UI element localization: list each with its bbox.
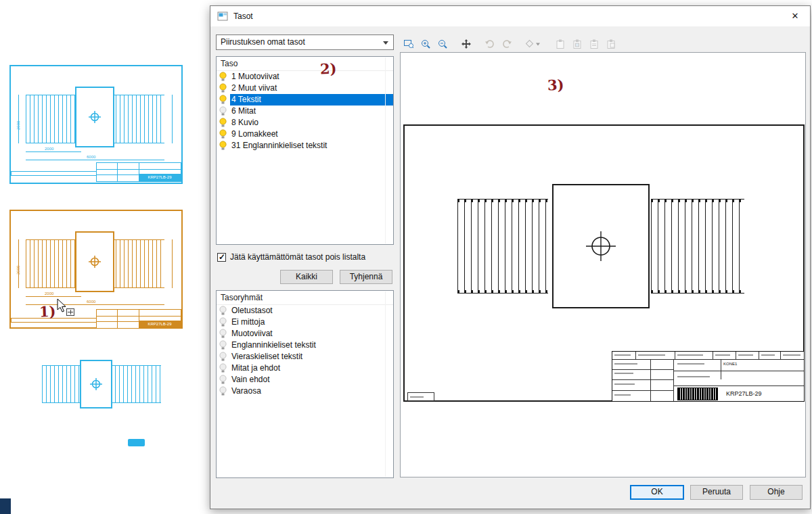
mini-titleblock: KRP27LB-29 bbox=[96, 162, 181, 182]
lightbulb-icon[interactable] bbox=[219, 352, 228, 362]
layer-group-row[interactable]: Varaosa bbox=[217, 386, 393, 397]
drawing-sheet: KONE1 KRP27LB-29 bbox=[403, 124, 805, 402]
layer-row[interactable]: 9 Lomakkeet bbox=[217, 128, 393, 140]
layer-group-label: Mitat ja ehdot bbox=[230, 363, 385, 374]
lightbulb-icon[interactable] bbox=[219, 306, 228, 316]
zoom-in-icon[interactable] bbox=[418, 37, 432, 51]
rack-left bbox=[42, 365, 81, 403]
color-swatch bbox=[128, 439, 145, 446]
lightbulb-icon[interactable] bbox=[219, 95, 228, 105]
layers-list-header: Taso bbox=[217, 57, 393, 71]
layer-group-row[interactable]: Englanninkieliset tekstit bbox=[217, 340, 393, 351]
annotation-step1: 1) bbox=[39, 303, 56, 321]
dimension-line bbox=[172, 239, 173, 288]
layer-label: 8 Kuvio bbox=[230, 117, 385, 128]
layer-group-row[interactable]: Oletustasot bbox=[217, 305, 393, 317]
layer-group-row[interactable]: Mitat ja ehdot bbox=[217, 363, 393, 374]
dimension-label: 6000 bbox=[87, 300, 95, 304]
layer-group-label: Ei mittoja bbox=[230, 317, 385, 328]
layer-group-label: Oletustasot bbox=[230, 305, 385, 317]
layer-group-label: Vain ehdot bbox=[230, 374, 385, 386]
rack-left bbox=[26, 239, 81, 288]
layer-group-row[interactable]: Ei mittoja bbox=[217, 317, 393, 328]
lightbulb-icon[interactable] bbox=[219, 375, 228, 385]
dimension-line bbox=[18, 95, 19, 143]
copy-image-icon-1[interactable] bbox=[553, 37, 567, 51]
groups-list-header: Tasoryhmät bbox=[217, 291, 393, 305]
dimension-label: 2000 bbox=[16, 266, 20, 275]
cancel-button[interactable]: Peruuta bbox=[690, 485, 743, 500]
column-divider bbox=[385, 57, 386, 243]
thumbnail-drawing-cyan: 2000 2000 6000 KRP27LB-29 bbox=[9, 65, 183, 184]
lightbulb-icon[interactable] bbox=[219, 118, 228, 128]
layer-label: 6 Mitat bbox=[230, 106, 385, 117]
layer-preview-canvas[interactable]: KONE1 KRP27LB-29 bbox=[400, 52, 806, 477]
lightbulb-icon[interactable] bbox=[219, 363, 228, 373]
dimension-label: 6000 bbox=[87, 155, 95, 159]
lightbulb-icon[interactable] bbox=[219, 83, 228, 93]
clear-button[interactable]: Tyhjennä bbox=[340, 270, 392, 284]
layer-row[interactable]: 1 Muotoviivat bbox=[217, 71, 393, 83]
app-icon bbox=[217, 11, 228, 22]
cursor-badge-icon bbox=[66, 308, 74, 316]
hide-unused-checkbox[interactable] bbox=[217, 253, 226, 262]
layer-group-label: Englanninkieliset tekstit bbox=[230, 340, 385, 351]
undo-icon[interactable] bbox=[482, 37, 497, 51]
lightbulb-icon[interactable] bbox=[219, 106, 228, 116]
sheet-corner-box bbox=[407, 392, 434, 401]
all-button[interactable]: Kaikki bbox=[280, 270, 333, 284]
crosshair-target-icon bbox=[88, 376, 104, 392]
dialog-title: Tasot bbox=[233, 11, 253, 21]
copy-image-icon-2[interactable] bbox=[570, 37, 584, 51]
lightbulb-icon[interactable] bbox=[219, 72, 228, 82]
layer-row[interactable]: 4 Tekstit bbox=[217, 94, 393, 106]
preview-toolbar bbox=[401, 36, 806, 52]
copy-image-icon-3[interactable] bbox=[587, 37, 601, 51]
rack-right bbox=[651, 199, 744, 294]
annotation-step3: 3) bbox=[547, 76, 564, 94]
lightbulb-icon[interactable] bbox=[219, 129, 228, 139]
help-button[interactable]: Ohje bbox=[750, 485, 803, 500]
dimension-line bbox=[172, 95, 173, 143]
crosshair-target-icon bbox=[582, 227, 620, 265]
rack-right bbox=[112, 239, 164, 288]
layer-row[interactable]: 6 Mitat bbox=[217, 106, 393, 117]
dimension-line bbox=[26, 296, 81, 297]
layer-group-row[interactable]: Muotoviivat bbox=[217, 328, 393, 340]
layer-group-row[interactable]: Vieraskieliset tekstit bbox=[217, 351, 393, 363]
layer-row[interactable]: 8 Kuvio bbox=[217, 117, 393, 128]
layer-row[interactable]: 31 Englanninkieliset tekstit bbox=[217, 140, 393, 151]
pan-icon[interactable] bbox=[459, 37, 473, 51]
crosshair-target-icon bbox=[87, 109, 103, 125]
view-options-icon[interactable] bbox=[523, 37, 543, 51]
screen: 2000 2000 6000 KRP27LB-29 2000 bbox=[0, 0, 812, 514]
layer-group-label: Muotoviivat bbox=[230, 328, 385, 340]
lightbulb-icon[interactable] bbox=[219, 317, 228, 327]
lightbulb-icon[interactable] bbox=[219, 141, 228, 151]
close-icon[interactable]: ✕ bbox=[788, 10, 802, 22]
layer-label: 1 Muotoviivat bbox=[230, 71, 385, 83]
copy-image-icon-4[interactable] bbox=[604, 37, 618, 51]
dimension-label: 2000 bbox=[45, 291, 53, 296]
layer-label: 4 Tekstit bbox=[230, 94, 393, 106]
layer-row[interactable]: 2 Muut viivat bbox=[217, 83, 393, 94]
dimension-label: 2000 bbox=[16, 121, 20, 130]
titleblock-drawing-number: KRP27LB-29 bbox=[726, 390, 762, 397]
annotation-step2: 2) bbox=[320, 60, 337, 78]
lightbulb-icon[interactable] bbox=[219, 386, 228, 396]
layer-group-label: Vieraskieliset tekstit bbox=[230, 351, 385, 363]
chevron-down-icon bbox=[383, 41, 388, 45]
rack-left bbox=[457, 199, 548, 294]
redo-icon[interactable] bbox=[499, 37, 514, 51]
ok-button[interactable]: OK bbox=[630, 485, 684, 500]
crosshair-target-icon bbox=[87, 254, 103, 270]
rack-right bbox=[111, 365, 161, 403]
lightbulb-icon[interactable] bbox=[219, 329, 228, 339]
zoom-out-icon[interactable] bbox=[435, 37, 449, 51]
layer-label: 31 Englanninkieliset tekstit bbox=[230, 140, 385, 151]
zoom-window-icon[interactable] bbox=[401, 37, 415, 51]
lightbulb-icon[interactable] bbox=[219, 340, 228, 350]
layer-source-dropdown[interactable]: Piirustuksen omat tasot bbox=[216, 34, 394, 50]
layer-group-row[interactable]: Vain ehdot bbox=[217, 374, 393, 386]
dialog-titlebar[interactable]: Tasot ✕ bbox=[210, 6, 810, 26]
